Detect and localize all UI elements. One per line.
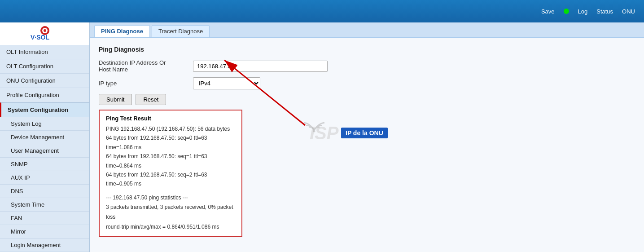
svg-text:V·SOL: V·SOL	[31, 34, 49, 41]
ping-line-0: PING 192.168.47.50 (192.168.47.50): 56 d…	[106, 124, 235, 133]
ip-type-label: IP type	[99, 80, 188, 87]
vsol-logo: V·SOL	[27, 25, 63, 42]
sidebar-sub-fan[interactable]: FAN	[0, 212, 89, 225]
save-button[interactable]: Save	[541, 8, 555, 15]
ping-stat-1: 3 packets transmitted, 3 packets receive…	[106, 203, 235, 222]
ping-line-2: 64 bytes from 192.168.47.50: seq=1 ttl=6…	[106, 152, 235, 170]
sidebar: V·SOL OLT Information OLT Configuration …	[0, 22, 90, 252]
dest-ip-input[interactable]	[193, 61, 328, 72]
svg-point-2	[44, 29, 46, 32]
sidebar-item-onu-config[interactable]: ONU Configuration	[0, 74, 89, 88]
tab-tracert[interactable]: Tracert Diagnose	[152, 25, 210, 37]
onu-link[interactable]: ONU	[622, 8, 635, 15]
ping-line-3: 64 bytes from 192.168.47.50: seq=2 ttl=6…	[106, 170, 235, 189]
tab-ping[interactable]: PING Diagnose	[94, 25, 150, 37]
sidebar-item-olt-info[interactable]: OLT Information	[0, 45, 89, 59]
onu-tooltip: IP de la ONU	[341, 128, 388, 138]
sidebar-section-system-config[interactable]: System Configuration	[0, 102, 89, 117]
sidebar-sub-dns[interactable]: DNS	[0, 185, 89, 198]
wifi-icon	[303, 116, 325, 134]
ip-type-row: IP type IPv4 IPv6	[99, 77, 635, 89]
dest-ip-row: Destination IP Address OrHost Name	[99, 59, 635, 73]
ping-result-box: Ping Test Result PING 192.168.47.50 (192…	[99, 110, 242, 237]
page-title: Ping Diagnosis	[99, 46, 635, 53]
sidebar-sub-mirror[interactable]: Mirror	[0, 225, 89, 239]
sidebar-sub-system-time[interactable]: System Time	[0, 198, 89, 212]
sidebar-sub-aux-ip[interactable]: AUX IP	[0, 171, 89, 185]
top-header: Save Log Status ONU	[0, 0, 644, 22]
sidebar-sub-user-mgmt[interactable]: User Management	[0, 144, 89, 158]
logo-area: V·SOL	[0, 22, 89, 45]
dest-label: Destination IP Address OrHost Name	[99, 59, 188, 73]
content-area: PING Diagnose Tracert Diagnose Ping Diag…	[90, 22, 644, 252]
sidebar-sub-login-mgmt[interactable]: Login Management	[0, 239, 89, 252]
isp-watermark: ISP	[310, 123, 338, 143]
sidebar-sub-system-log[interactable]: System Log	[0, 117, 89, 131]
tab-bar: PING Diagnose Tracert Diagnose	[90, 22, 644, 38]
btn-row: Submit Reset	[99, 94, 635, 105]
reset-button[interactable]: Reset	[136, 94, 166, 105]
ip-type-select[interactable]: IPv4 IPv6	[193, 77, 260, 89]
ping-stats: --- 192.168.47.50 ping statistics --- 3 …	[106, 193, 235, 232]
page-content: Ping Diagnosis Destination IP Address Or…	[90, 38, 644, 252]
submit-button[interactable]: Submit	[99, 94, 132, 105]
log-link[interactable]: Log	[578, 8, 588, 15]
ping-result-title: Ping Test Result	[106, 115, 235, 122]
main-layout: V·SOL OLT Information OLT Configuration …	[0, 22, 644, 252]
sidebar-item-profile-config[interactable]: Profile Configuration	[0, 88, 89, 102]
status-indicator	[564, 9, 569, 14]
ping-stat-2: round-trip min/avg/max = 0.864/0.951/1.0…	[106, 222, 235, 232]
status-link[interactable]: Status	[596, 8, 613, 15]
ping-line-1: 64 bytes from 192.168.47.50: seq=0 ttl=6…	[106, 133, 235, 152]
svg-point-4	[313, 130, 315, 133]
sidebar-sub-snmp[interactable]: SNMP	[0, 158, 89, 171]
ping-stat-0: --- 192.168.47.50 ping statistics ---	[106, 193, 235, 203]
sidebar-sub-device-mgmt[interactable]: Device Management	[0, 131, 89, 144]
sidebar-item-olt-config[interactable]: OLT Configuration	[0, 59, 89, 74]
